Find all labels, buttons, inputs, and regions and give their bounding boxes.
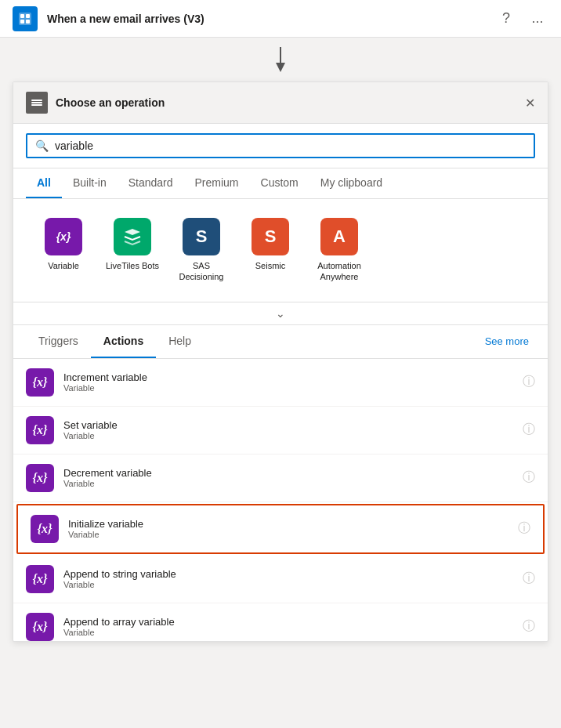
search-input[interactable] [55, 139, 526, 152]
header-bar: When a new email arrives (V3) ? ... [0, 0, 561, 38]
action-sub-set: Variable [63, 431, 513, 440]
seismic-label: Seismic [255, 260, 286, 271]
connector-arrow [0, 38, 561, 81]
var-icon-set: {x} [32, 423, 47, 437]
search-icon: 🔍 [35, 139, 49, 152]
svg-rect-3 [20, 20, 24, 24]
header-actions: ? ... [495, 8, 548, 30]
svg-rect-2 [26, 14, 30, 18]
action-name-initialize: Initialize variable [68, 518, 509, 530]
service-variable[interactable]: {x} Variable [32, 212, 95, 289]
search-container: 🔍 [13, 124, 548, 168]
action-name-decrement: Decrement variable [63, 467, 513, 479]
action-icon-increment: {x} [26, 368, 54, 397]
services-grid: {x} Variable LiveTiles Bots S SAS Decisi… [13, 199, 548, 302]
action-sub-increment: Variable [63, 383, 513, 393]
sas-label: SAS Decisioning [173, 260, 230, 283]
action-append-array-variable[interactable]: {x} Append to array variable Variable ⓘ [13, 603, 548, 641]
action-name-set: Set variable [63, 419, 513, 431]
svg-rect-8 [31, 102, 42, 103]
tab-clipboard[interactable]: My clipboard [309, 168, 393, 198]
tab-builtin[interactable]: Built-in [62, 168, 118, 198]
chevron-down-icon: ⌄ [276, 307, 285, 320]
action-sub-decrement: Variable [63, 479, 513, 488]
info-button-initialize[interactable]: ⓘ [518, 520, 530, 537]
action-list: {x} Increment variable Variable ⓘ {x} Se… [13, 359, 548, 641]
tab-actions[interactable]: Actions [91, 325, 156, 358]
action-name-increment: Increment variable [63, 371, 513, 383]
sub-tabs: Triggers Actions Help See more [13, 325, 548, 359]
close-button[interactable]: ✕ [525, 96, 535, 110]
action-text-set: Set variable Variable [63, 419, 513, 440]
service-seismic[interactable]: S Seismic [239, 212, 302, 289]
automation-anywhere-label: Automation Anywhere [311, 260, 367, 283]
livetiles-label: LiveTiles Bots [106, 260, 159, 271]
action-set-variable[interactable]: {x} Set variable Variable ⓘ [13, 407, 548, 455]
service-sas[interactable]: S SAS Decisioning [170, 212, 233, 289]
action-icon-initialize: {x} [31, 515, 59, 543]
header-title: When a new email arrives (V3) [47, 13, 486, 25]
svg-rect-4 [26, 20, 30, 24]
action-text-initialize: Initialize variable Variable [68, 518, 509, 539]
tab-standard[interactable]: Standard [118, 168, 184, 198]
action-increment-variable[interactable]: {x} Increment variable Variable ⓘ [13, 359, 548, 407]
action-sub-append-array: Variable [63, 628, 513, 637]
action-name-append-array: Append to array variable [63, 616, 513, 628]
action-initialize-variable[interactable]: {x} Initialize variable Variable ⓘ [16, 504, 545, 554]
automation-anywhere-icon: A [320, 218, 358, 255]
action-icon-append-array: {x} [26, 613, 54, 641]
var-icon-append-array: {x} [32, 620, 47, 634]
tab-custom[interactable]: Custom [250, 168, 309, 198]
action-text-increment: Increment variable Variable [63, 371, 513, 393]
tab-help[interactable]: Help [156, 325, 204, 358]
action-icon-decrement: {x} [26, 464, 54, 492]
var-icon: {x} [32, 375, 47, 389]
action-icon-append-string: {x} [26, 565, 54, 593]
action-sub-append-string: Variable [63, 580, 513, 589]
panel-header-icon [26, 92, 48, 114]
action-sub-initialize: Variable [68, 530, 509, 539]
more-options-button[interactable]: ... [527, 8, 548, 30]
help-button[interactable]: ? [495, 8, 517, 30]
action-icon-set: {x} [26, 416, 54, 444]
info-button-increment[interactable]: ⓘ [523, 374, 535, 390]
action-append-string-variable[interactable]: {x} Append to string variable Variable ⓘ [13, 556, 548, 603]
filter-tabs: All Built-in Standard Premium Custom My … [13, 168, 548, 199]
service-automation-anywhere[interactable]: A Automation Anywhere [308, 212, 371, 289]
svg-marker-6 [276, 63, 285, 72]
var-icon-initialize: {x} [37, 522, 52, 536]
sas-icon: S [183, 218, 220, 255]
info-button-append-string[interactable]: ⓘ [523, 570, 535, 587]
panel-header-left: Choose an operation [26, 92, 165, 114]
svg-rect-7 [31, 100, 42, 101]
service-livetiles[interactable]: LiveTiles Bots [101, 212, 164, 289]
search-box: 🔍 [26, 133, 535, 158]
info-button-set[interactable]: ⓘ [523, 422, 535, 438]
tab-all[interactable]: All [26, 168, 62, 198]
info-button-decrement[interactable]: ⓘ [523, 469, 535, 486]
action-text-append-string: Append to string variable Variable [63, 568, 513, 589]
svg-rect-9 [31, 104, 42, 106]
panel-title: Choose an operation [56, 96, 165, 109]
variable-icon: {x} [45, 218, 82, 255]
action-text-append-array: Append to array variable Variable [63, 616, 513, 637]
action-decrement-variable[interactable]: {x} Decrement variable Variable ⓘ [13, 455, 548, 502]
svg-rect-1 [20, 14, 24, 18]
action-text-decrement: Decrement variable Variable [63, 467, 513, 488]
tab-premium[interactable]: Premium [184, 168, 250, 198]
operation-panel: Choose an operation ✕ 🔍 All Built-in Sta… [13, 81, 548, 642]
livetiles-icon [114, 218, 151, 255]
action-name-append-string: Append to string variable [63, 568, 513, 580]
tab-triggers[interactable]: Triggers [26, 325, 91, 358]
seismic-icon: S [252, 218, 289, 255]
see-more-button[interactable]: See more [479, 326, 535, 357]
variable-label: Variable [48, 260, 79, 271]
info-button-append-array[interactable]: ⓘ [523, 618, 535, 635]
panel-header: Choose an operation ✕ [13, 82, 548, 124]
collapse-button[interactable]: ⌄ [13, 302, 548, 325]
var-icon-decrement: {x} [32, 471, 47, 485]
var-icon-append-string: {x} [32, 572, 47, 586]
app-icon [13, 6, 38, 31]
